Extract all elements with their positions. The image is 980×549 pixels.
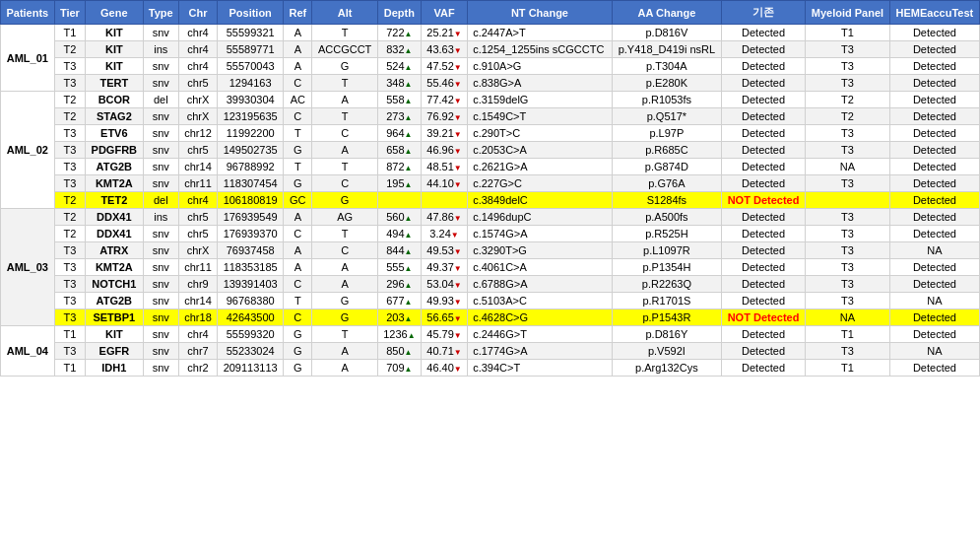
gijun-cell: Detected	[722, 343, 806, 360]
myeloid-cell: NA	[806, 309, 890, 326]
gene-cell: IDH1	[86, 360, 143, 377]
gene-cell: SETBP1	[86, 309, 143, 326]
heme-cell: Detected	[889, 259, 979, 276]
nt-change-cell: c.1774G>A	[468, 343, 613, 360]
ref-cell: AC	[284, 92, 312, 108]
table-row: T2KITinschr455589771AACCGCCT832▲43.63▼c.…	[1, 41, 980, 58]
gijun-cell: Detected	[722, 242, 806, 259]
gijun-cell: Detected	[722, 259, 806, 276]
table-row: AML_03T2DDX41inschr5176939549AAG560▲47.8…	[1, 209, 980, 226]
col-heme: HEMEaccuTest	[889, 1, 979, 25]
gene-cell: ETV6	[86, 125, 143, 142]
col-myeloid: Myeloid Panel	[806, 1, 890, 25]
table-row: T3NOTCH1snvchr9139391403CA296▲53.04▼c.67…	[1, 276, 980, 293]
position-cell: 176939370	[218, 226, 284, 242]
col-gijun: 기존	[722, 1, 806, 25]
position-cell: 1294163	[218, 75, 284, 92]
alt-cell: A	[312, 360, 377, 377]
heme-cell: Detected	[889, 159, 979, 175]
gene-cell: DDX41	[86, 226, 143, 242]
aa-change-cell: p.R2263Q	[612, 276, 721, 293]
alt-cell: AG	[312, 209, 377, 226]
chr-cell: chr14	[178, 159, 217, 175]
myeloid-cell: T1	[806, 360, 890, 377]
heme-cell: Detected	[889, 41, 979, 58]
gijun-cell: Detected	[722, 326, 806, 343]
nt-change-cell: c.6788G>A	[468, 276, 613, 293]
position-cell: 55589771	[218, 41, 284, 58]
chr-cell: chr5	[178, 75, 217, 92]
col-nt-change: NT Change	[468, 1, 613, 25]
alt-cell: G	[312, 58, 377, 75]
tier-cell: T2	[54, 108, 85, 125]
depth-cell: 273▲	[377, 108, 421, 125]
alt-cell: C	[312, 125, 377, 142]
position-cell: 176939549	[218, 209, 284, 226]
type-cell: ins	[143, 209, 178, 226]
tier-cell: T3	[54, 125, 85, 142]
aa-change-cell: p.D816Y	[612, 326, 721, 343]
table-row: T2TET2delchr4106180819GCGc.3849delCS1284…	[1, 192, 980, 209]
type-cell: snv	[143, 125, 178, 142]
gene-cell: KIT	[86, 58, 143, 75]
nt-change-cell: c.3290T>G	[468, 242, 613, 259]
nt-change-cell: c.2621G>A	[468, 159, 613, 175]
heme-cell: Detected	[889, 25, 979, 41]
position-cell: 55570043	[218, 58, 284, 75]
type-cell: snv	[143, 360, 178, 377]
ref-cell: A	[284, 25, 312, 41]
chr-cell: chr2	[178, 360, 217, 377]
aa-change-cell: p.P1543R	[612, 309, 721, 326]
vaf-cell: 49.53▼	[421, 242, 467, 259]
gene-cell: NOTCH1	[86, 276, 143, 293]
depth-cell: 195▲	[377, 175, 421, 192]
heme-cell: Detected	[889, 326, 979, 343]
gijun-cell: Detected	[722, 360, 806, 377]
type-cell: snv	[143, 326, 178, 343]
vaf-cell: 47.52▼	[421, 58, 467, 75]
type-cell: snv	[143, 175, 178, 192]
patient-cell: AML_02	[1, 92, 55, 209]
myeloid-cell: NA	[806, 159, 890, 175]
ref-cell: A	[284, 41, 312, 58]
table-row: T3TERTsnvchr51294163CT348▲55.46▼c.838G>A…	[1, 75, 980, 92]
aa-change-cell: p.D816V	[612, 25, 721, 41]
aa-change-cell: p.Y418_D419i nsRL	[612, 41, 721, 58]
type-cell: snv	[143, 58, 178, 75]
gene-cell: ATRX	[86, 242, 143, 259]
aa-change-cell: p.A500fs	[612, 209, 721, 226]
gijun-cell: Detected	[722, 159, 806, 175]
tier-cell: T2	[54, 209, 85, 226]
myeloid-cell: T1	[806, 326, 890, 343]
myeloid-cell: T3	[806, 175, 890, 192]
vaf-cell: 49.93▼	[421, 293, 467, 309]
type-cell: del	[143, 192, 178, 209]
depth-cell: 722▲	[377, 25, 421, 41]
position-cell: 39930304	[218, 92, 284, 108]
tier-cell: T3	[54, 259, 85, 276]
alt-cell: A	[312, 276, 377, 293]
aa-change-cell: p.V592I	[612, 343, 721, 360]
ref-cell: T	[284, 159, 312, 175]
alt-cell: T	[312, 326, 377, 343]
tier-cell: T3	[54, 343, 85, 360]
type-cell: snv	[143, 226, 178, 242]
gene-cell: TERT	[86, 75, 143, 92]
vaf-cell: 55.46▼	[421, 75, 467, 92]
nt-change-cell: c.1496dupC	[468, 209, 613, 226]
heme-cell: Detected	[889, 276, 979, 293]
aa-change-cell: p.E280K	[612, 75, 721, 92]
alt-cell: C	[312, 242, 377, 259]
depth-cell: 494▲	[377, 226, 421, 242]
myeloid-cell	[806, 192, 890, 209]
col-chr: Chr	[178, 1, 217, 25]
position-cell: 55233024	[218, 343, 284, 360]
position-cell: 55599321	[218, 25, 284, 41]
depth-cell: 832▲	[377, 41, 421, 58]
type-cell: snv	[143, 25, 178, 41]
ref-cell: C	[284, 108, 312, 125]
nt-change-cell: c.3849delC	[468, 192, 613, 209]
col-aa-change: AA Change	[612, 1, 721, 25]
chr-cell: chr5	[178, 226, 217, 242]
alt-cell: T	[312, 159, 377, 175]
